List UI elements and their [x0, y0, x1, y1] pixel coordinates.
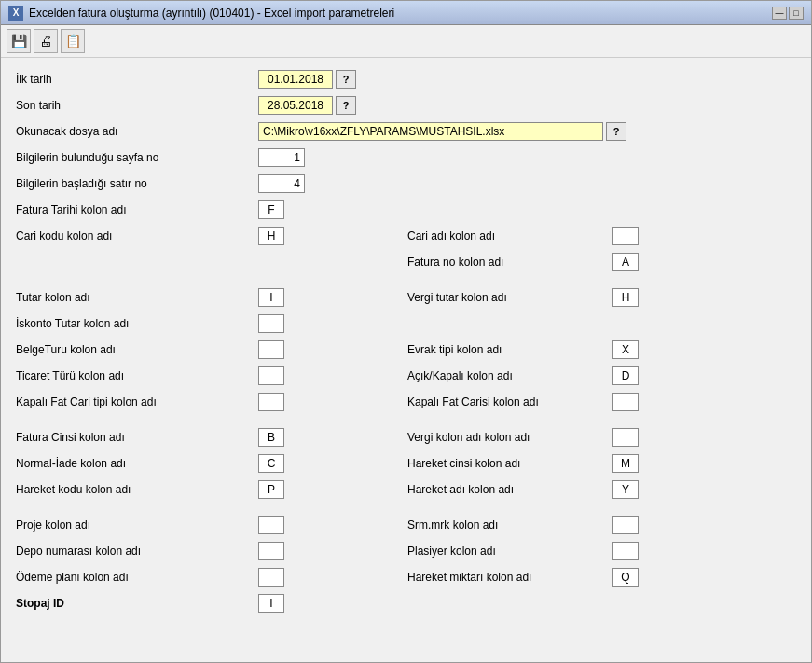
minimize-button[interactable]: —	[772, 7, 787, 20]
main-window: X Excelden fatura oluşturma (ayrıntılı) …	[0, 0, 812, 663]
belge-turu-label: BelgeTuru kolon adı	[16, 343, 258, 356]
form-content: İlk tarih ? Son tarih ? Okunacak dosya a…	[1, 58, 811, 662]
iskonto-row: İskonto Tutar kolon adı	[16, 313, 796, 334]
hareket-miktari-label: Hareket miktarı kolon adı	[407, 571, 612, 584]
satir-no-label: Bilgilerin başladığı satır no	[16, 177, 258, 190]
sayfa-no-label: Bilgilerin bulunduğu sayfa no	[16, 151, 258, 164]
maximize-button[interactable]: □	[789, 7, 804, 20]
ticaret-turu-input[interactable]	[258, 366, 284, 385]
hareket-kodu-col: Hareket kodu kolon adı	[16, 480, 407, 499]
hareket-kodu-row: Hareket kodu kolon adı Hareket adı kolon…	[16, 479, 796, 500]
title-bar: X Excelden fatura oluşturma (ayrıntılı) …	[1, 1, 811, 25]
plasiyer-input[interactable]	[612, 542, 639, 560]
kapali-fat-carisi-input[interactable]	[612, 393, 639, 411]
ilk-tarih-row: İlk tarih ?	[16, 69, 796, 90]
son-tarih-input[interactable]	[258, 96, 333, 115]
belge-turu-row: BelgeTuru kolon adı Evrak tipi kolon adı	[16, 339, 796, 360]
vergi-tutar-col: Vergi tutar kolon adı	[407, 288, 796, 307]
kapali-fat-carisi-label: Kapalı Fat Carisi kolon adı	[407, 395, 612, 408]
title-bar-left: X Excelden fatura oluşturma (ayrıntılı) …	[8, 6, 394, 21]
odeme-plani-label: Ödeme planı kolon adı	[16, 571, 258, 584]
stopaj-id-label: Stopaj ID	[16, 597, 258, 610]
sayfa-no-row: Bilgilerin bulunduğu sayfa no	[16, 147, 796, 168]
cari-kodu-input[interactable]	[258, 227, 284, 245]
title-buttons: — □	[772, 7, 804, 20]
cari-adi-input[interactable]	[612, 227, 639, 245]
srm-mrk-input[interactable]	[612, 516, 639, 534]
vergi-kolon-label: Vergi kolon adı kolon adı	[407, 431, 612, 444]
kapali-fat-cari-tip-label: Kapalı Fat Cari tipi kolon adı	[16, 395, 258, 408]
fatura-no-col: Fatura no kolon adı	[407, 253, 796, 271]
hareket-miktari-col: Hareket miktarı kolon adı	[407, 568, 796, 587]
hareket-cinsi-input[interactable]	[612, 454, 639, 473]
depo-numarasi-input[interactable]	[258, 542, 284, 560]
cari-adi-label: Cari adı kolon adı	[407, 229, 612, 242]
fatura-tarihi-label: Fatura Tarihi kolon adı	[16, 203, 258, 216]
cari-kodu-label: Cari kodu kolon adı	[16, 229, 258, 242]
fatura-tarihi-input[interactable]	[258, 200, 284, 219]
depo-numarasi-row: Depo numarası kolon adı Plasiyer kolon a…	[16, 541, 796, 561]
srm-mrk-col: Srm.mrk kolon adı	[407, 516, 796, 534]
iskonto-input[interactable]	[258, 314, 284, 333]
normal-iade-label: Normal-İade kolon adı	[16, 457, 258, 470]
hareket-kodu-input[interactable]	[258, 480, 284, 499]
fatura-no-label: Fatura no kolon adı	[407, 256, 612, 269]
belge-turu-input[interactable]	[258, 340, 284, 359]
hareket-adi-input[interactable]	[612, 480, 639, 499]
evrak-tipi-col: Evrak tipi kolon adı	[407, 340, 796, 359]
iskonto-label: İskonto Tutar kolon adı	[16, 317, 258, 330]
tutar-row: Tutar kolon adı Vergi tutar kolon adı	[16, 287, 796, 308]
hareket-adi-col: Hareket adı kolon adı	[407, 480, 796, 499]
dosya-adi-row: Okunacak dosya adı ?	[16, 121, 796, 142]
kapali-fat-cari-tip-input[interactable]	[258, 393, 284, 411]
vergi-kolon-input[interactable]	[612, 428, 639, 447]
satir-no-row: Bilgilerin başladığı satır no	[16, 173, 796, 194]
evrak-tipi-input[interactable]	[612, 340, 639, 359]
sayfa-no-input[interactable]	[258, 148, 305, 167]
odeme-plani-input[interactable]	[258, 568, 284, 587]
cari-kodu-col: Cari kodu kolon adı	[16, 227, 407, 245]
plasiyer-label: Plasiyer kolon adı	[407, 545, 612, 558]
normal-iade-col: Normal-İade kolon adı	[16, 454, 407, 473]
ilk-tarih-input[interactable]	[258, 70, 333, 89]
fatura-cinsi-input[interactable]	[258, 428, 284, 447]
fatura-cinsi-col: Fatura Cinsi kolon adı	[16, 428, 407, 447]
son-tarih-question-btn[interactable]: ?	[336, 96, 356, 115]
stopaj-id-input[interactable]	[258, 594, 284, 613]
dosya-adi-label: Okunacak dosya adı	[16, 125, 258, 138]
toolbar: 💾 🖨 📋	[1, 25, 811, 58]
vergi-tutar-label: Vergi tutar kolon adı	[407, 291, 612, 304]
clipboard-button[interactable]: 📋	[61, 29, 85, 53]
fatura-tarihi-row: Fatura Tarihi kolon adı	[16, 200, 796, 220]
print-button[interactable]: 🖨	[34, 29, 58, 53]
ilk-tarih-label: İlk tarih	[16, 73, 258, 86]
ilk-tarih-question-btn[interactable]: ?	[336, 70, 356, 89]
hareket-kodu-label: Hareket kodu kolon adı	[16, 483, 258, 496]
son-tarih-label: Son tarih	[16, 99, 258, 112]
hareket-cinsi-label: Hareket cinsi kolon adı	[407, 457, 612, 470]
depo-numarasi-col: Depo numarası kolon adı	[16, 542, 407, 560]
proje-input[interactable]	[258, 516, 284, 534]
hareket-miktari-input[interactable]	[612, 568, 639, 587]
normal-iade-input[interactable]	[258, 454, 284, 473]
acik-kapali-label: Açık/Kapalı kolon adı	[407, 369, 612, 382]
dosya-adi-input[interactable]	[258, 122, 603, 141]
window-icon: X	[8, 6, 23, 21]
tutar-input[interactable]	[258, 288, 284, 307]
kapali-fat-carisi-col: Kapalı Fat Carisi kolon adı	[407, 393, 796, 411]
fatura-cinsi-row: Fatura Cinsi kolon adı Vergi kolon adı k…	[16, 427, 796, 448]
save-button[interactable]: 💾	[7, 29, 31, 53]
normal-iade-row: Normal-İade kolon adı Hareket cinsi kolo…	[16, 453, 796, 474]
evrak-tipi-label: Evrak tipi kolon adı	[407, 343, 612, 356]
plasiyer-col: Plasiyer kolon adı	[407, 542, 796, 560]
fatura-no-input[interactable]	[612, 253, 639, 271]
hareket-adi-label: Hareket adı kolon adı	[407, 483, 612, 496]
stopaj-id-row: Stopaj ID	[16, 593, 796, 614]
son-tarih-row: Son tarih ?	[16, 95, 796, 116]
dosya-adi-question-btn[interactable]: ?	[606, 122, 626, 141]
vergi-tutar-input[interactable]	[612, 288, 639, 307]
acik-kapali-input[interactable]	[612, 366, 639, 385]
ticaret-turu-col: Ticaret Türü kolon adı	[16, 366, 407, 385]
satir-no-input[interactable]	[258, 174, 305, 193]
proje-col: Proje kolon adı	[16, 516, 407, 534]
